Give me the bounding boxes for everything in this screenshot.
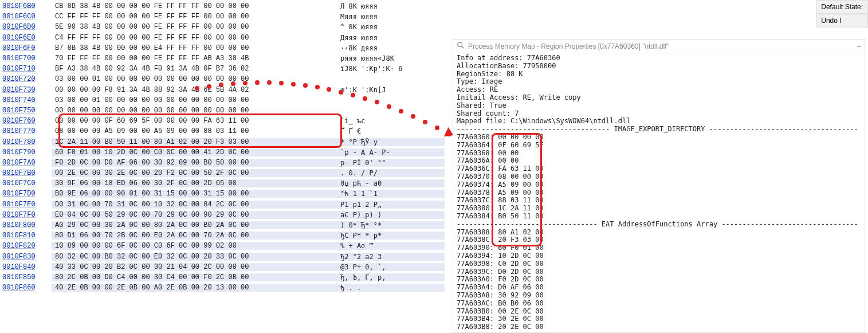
region-properties-window[interactable]: Process Memory Map - Region Properties [… bbox=[453, 39, 865, 333]
hex-address[interactable]: 0010F7F0 bbox=[2, 211, 52, 219]
hex-address[interactable]: 0010F6B0 bbox=[2, 2, 52, 10]
hex-address[interactable]: 0010F840 bbox=[2, 263, 52, 271]
hex-bytes[interactable]: 80 2C 0B 00 D0 C4 00 00 30 C4 00 00 F0 2… bbox=[52, 273, 337, 281]
hex-row[interactable]: 0010F81080 D1 06 00 70 2B 0C 00 E0 2A 0C… bbox=[2, 230, 445, 241]
export-row: 77A60378: A5 09 00 00NumberOfNames = 9A5 bbox=[457, 189, 861, 197]
hex-row[interactable]: 0010F72003 00 00 01 00 00 00 00 00 00 00… bbox=[2, 74, 445, 84]
hex-address[interactable]: 0010F7D0 bbox=[2, 190, 52, 198]
hex-bytes[interactable]: 10 89 00 00 00 6F 0C 00 C0 6F 0C 00 99 0… bbox=[52, 242, 337, 250]
hex-address[interactable]: 0010F860 bbox=[2, 284, 52, 292]
hex-address[interactable]: 0010F710 bbox=[2, 65, 52, 73]
hex-ascii: `i_ ъc bbox=[337, 117, 445, 125]
hex-address[interactable]: 0010F700 bbox=[2, 54, 52, 62]
hex-row[interactable]: 0010F7C030 9F 06 00 18 ED 06 00 30 2F 0C… bbox=[2, 178, 445, 189]
hex-bytes[interactable]: 00 00 00 00 0F 60 69 5F 00 00 00 00 FA 6… bbox=[52, 117, 337, 125]
hex-address[interactable]: 0010F7B0 bbox=[2, 169, 52, 177]
hex-row[interactable]: 0010F7E0D0 31 0C 00 70 31 0C 00 10 32 0C… bbox=[2, 199, 445, 210]
hex-bytes[interactable]: A0 29 0C 00 30 2A 0C 00 80 2A 0C 00 B0 2… bbox=[52, 221, 337, 229]
hex-row[interactable]: 0010F76000 00 00 00 0F 60 69 5F 00 00 00… bbox=[2, 116, 445, 126]
hex-bytes[interactable]: 03 00 00 01 00 00 00 00 00 00 00 00 00 0… bbox=[52, 75, 337, 83]
hex-row[interactable]: 0010F86040 2E 0B 00 00 2E 0B 00 A0 2E 0B… bbox=[2, 283, 445, 293]
hex-bytes[interactable]: 80 D1 06 00 70 2B 0C 00 E0 2A 0C 00 70 2… bbox=[52, 232, 337, 240]
hex-bytes[interactable]: 30 9F 06 00 18 ED 06 00 30 2F 0C 00 2D 0… bbox=[52, 179, 337, 187]
hex-bytes[interactable]: 00 00 00 00 F8 91 3A 4B 88 92 3A 4B 6E 5… bbox=[52, 86, 337, 94]
hex-bytes[interactable]: 40 33 0C 00 20 B2 0C 00 30 21 04 00 2C 0… bbox=[52, 263, 337, 271]
hex-bytes[interactable]: 70 FF FF FF 00 00 00 00 FE FF FF FF AB A… bbox=[52, 54, 337, 62]
hex-address[interactable]: 0010F780 bbox=[2, 138, 52, 146]
hex-address[interactable]: 0010F6F0 bbox=[2, 44, 52, 52]
hex-row[interactable]: 0010F74003 00 00 01 00 00 00 00 00 00 00… bbox=[2, 95, 445, 105]
hex-bytes[interactable]: D0 31 0C 00 70 31 0C 00 10 32 0C 00 84 2… bbox=[52, 201, 337, 209]
hex-address[interactable]: 0010F720 bbox=[2, 75, 52, 83]
hex-address[interactable]: 0010F760 bbox=[2, 117, 52, 125]
hex-row[interactable]: 0010F73000 00 00 00 F8 91 3A 4B 88 92 3A… bbox=[2, 85, 445, 95]
hex-ascii: ЂС P* * p* bbox=[337, 232, 445, 240]
hex-bytes[interactable]: 08 00 00 00 A5 09 00 00 A5 09 00 00 88 0… bbox=[52, 127, 337, 135]
hex-dump-panel[interactable]: 0010F6B0CB 8D 38 4B 00 00 00 00 FE FF FF… bbox=[0, 0, 447, 333]
hex-bytes[interactable]: C4 FF FF FF 00 00 00 00 FE FF FF FF 00 0… bbox=[52, 34, 337, 42]
eat-row: 77A603A4: D0 AF 06 00EAT FuncAddr [15] n… bbox=[457, 284, 861, 292]
hex-address[interactable]: 0010F810 bbox=[2, 232, 52, 240]
hex-row[interactable]: 0010F6F0B7 8B 38 4B 00 00 00 00 E4 FF FF… bbox=[2, 43, 445, 53]
hex-row[interactable]: 0010F7D0B0 9E 06 00 00 90 01 00 31 15 00… bbox=[2, 189, 445, 199]
hex-row[interactable]: 0010F82010 89 00 00 00 6F 0C 00 C0 6F 0C… bbox=[2, 241, 445, 251]
hex-bytes[interactable]: B0 9E 06 00 00 90 01 00 31 15 00 00 31 1… bbox=[52, 190, 337, 198]
hex-address[interactable]: 0010F770 bbox=[2, 127, 52, 135]
hex-address[interactable]: 0010F6C0 bbox=[2, 13, 52, 21]
default-state-button[interactable]: Default State: bbox=[816, 0, 868, 14]
hex-bytes[interactable]: F0 2D 0C 00 D0 AF 06 00 30 92 09 00 B0 5… bbox=[52, 159, 337, 167]
hex-address[interactable]: 0010F790 bbox=[2, 148, 52, 156]
export-row: 77A60384: B0 50 11 00AddressOfNameOrdina… bbox=[457, 213, 861, 221]
hex-bytes[interactable]: E0 04 0C 00 50 29 0C 00 70 29 0C 00 90 2… bbox=[52, 211, 337, 219]
info-line: RegionSize: 88 K bbox=[457, 70, 861, 79]
hex-address[interactable]: 0010F800 bbox=[2, 221, 52, 229]
hex-bytes[interactable]: 03 00 00 01 00 00 00 00 00 00 00 00 00 0… bbox=[52, 96, 337, 104]
hex-bytes[interactable]: 60 F0 01 00 10 2D 0C 00 C0 0C 00 00 41 2… bbox=[52, 148, 337, 156]
hex-ascii: ђ . . bbox=[337, 284, 445, 292]
hex-row[interactable]: 0010F710BF A3 38 4B 00 92 3A 4B F0 91 3A… bbox=[2, 64, 445, 74]
hex-bytes[interactable]: 00 2E 0C 00 30 2E 0C 00 20 F2 0C 00 50 2… bbox=[52, 169, 337, 177]
hex-bytes[interactable]: BF A3 38 4B 00 92 3A 4B F0 91 3A 4B 0F B… bbox=[52, 65, 337, 73]
undo-button[interactable]: Undo I bbox=[816, 14, 868, 28]
hex-row[interactable]: 0010F7B000 2E 0C 00 30 2E 0C 00 20 F2 0C… bbox=[2, 168, 445, 178]
hex-row[interactable]: 0010F7801C 2A 11 00 B0 50 11 00 80 A1 02… bbox=[2, 136, 445, 147]
hex-address[interactable]: 0010F820 bbox=[2, 242, 52, 250]
hex-bytes[interactable]: 1C 2A 11 00 B0 50 11 00 80 A1 02 00 20 F… bbox=[52, 138, 337, 146]
hex-address[interactable]: 0010F7C0 bbox=[2, 179, 52, 187]
hex-row[interactable]: 0010F800A0 29 0C 00 30 2A 0C 00 80 2A 0C… bbox=[2, 220, 445, 230]
export-row: 77A60370: 08 00 00 00Base = 8 bbox=[457, 173, 861, 181]
hex-bytes[interactable]: B7 8B 38 4B 00 00 00 00 E4 FF FF FF 00 0… bbox=[52, 44, 337, 52]
hex-row[interactable]: 0010F77008 00 00 00 A5 09 00 00 A5 09 00… bbox=[2, 126, 445, 136]
hex-bytes[interactable]: 5E 90 38 4B 00 00 00 00 FE FF FF FF 00 0… bbox=[52, 23, 337, 31]
hex-address[interactable]: 0010F7E0 bbox=[2, 201, 52, 209]
hex-address[interactable]: 0010F6E0 bbox=[2, 34, 52, 42]
hex-row[interactable]: 0010F83080 32 0C 00 B0 32 0C 00 E0 32 0C… bbox=[2, 252, 445, 262]
hex-bytes[interactable]: CC FF FF FF 00 00 00 00 FE FF FF FF 00 0… bbox=[52, 13, 337, 21]
hex-address[interactable]: 0010F750 bbox=[2, 107, 52, 115]
hex-bytes[interactable]: CB 8D 38 4B 00 00 00 00 FE FF FF FF 00 0… bbox=[52, 2, 337, 10]
svg-point-0 bbox=[458, 42, 462, 47]
hex-row[interactable]: 0010F75000 00 00 00 00 00 00 00 00 00 00… bbox=[2, 105, 445, 116]
hex-address[interactable]: 0010F740 bbox=[2, 96, 52, 104]
hex-row[interactable]: 0010F79060 F0 01 00 10 2D 0C 00 C0 0C 00… bbox=[2, 147, 445, 158]
hex-row[interactable]: 0010F84040 33 0C 00 20 B2 0C 00 30 21 04… bbox=[2, 262, 445, 272]
hex-row[interactable]: 0010F7A0F0 2D 0C 00 D0 AF 06 00 30 92 09… bbox=[2, 158, 445, 168]
hex-bytes[interactable]: 00 00 00 00 00 00 00 00 00 00 00 00 00 0… bbox=[52, 107, 337, 115]
hex-bytes[interactable]: 80 32 0C 00 B0 32 0C 00 E0 32 0C 00 20 3… bbox=[52, 253, 337, 261]
hex-row[interactable]: 0010F6D05E 90 38 4B 00 00 00 00 FE FF FF… bbox=[2, 22, 445, 32]
hex-row[interactable]: 0010F6E0C4 FF FF FF 00 00 00 00 FE FF FF… bbox=[2, 33, 445, 43]
minimize-button[interactable]: — bbox=[857, 42, 861, 50]
hex-address[interactable]: 0010F7A0 bbox=[2, 159, 52, 167]
hex-address[interactable]: 0010F850 bbox=[2, 273, 52, 281]
hex-ascii: ) 0* Ђ* °* bbox=[337, 221, 445, 229]
hex-address[interactable]: 0010F830 bbox=[2, 253, 52, 261]
hex-address[interactable]: 0010F730 bbox=[2, 86, 52, 94]
hex-bytes[interactable]: 40 2E 0B 00 00 2E 0B 00 A0 2E 0B 00 20 1… bbox=[52, 284, 337, 292]
hex-row[interactable]: 0010F6B0CB 8D 38 4B 00 00 00 00 FE FF FF… bbox=[2, 1, 445, 11]
hex-row[interactable]: 0010F6C0CC FF FF FF 00 00 00 00 FE FF FF… bbox=[2, 11, 445, 22]
hex-row[interactable]: 0010F70070 FF FF FF 00 00 00 00 FE FF FF… bbox=[2, 53, 445, 64]
hex-row[interactable]: 0010F7F0E0 04 0C 00 50 29 0C 00 70 29 0C… bbox=[2, 210, 445, 220]
hex-row[interactable]: 0010F85080 2C 0B 00 D0 C4 00 00 30 C4 00… bbox=[2, 272, 445, 283]
eat-row: 77A603B0: 00 2E 0C 00EAT FuncAddr [18] n… bbox=[457, 308, 861, 316]
hex-address[interactable]: 0010F6D0 bbox=[2, 23, 52, 31]
